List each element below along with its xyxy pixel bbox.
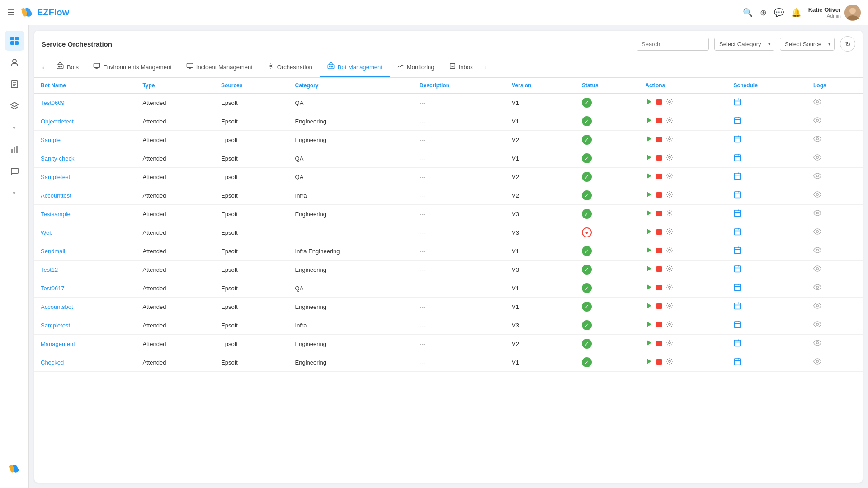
stop-button[interactable] (656, 284, 662, 292)
tab-inbox[interactable]: Inbox (442, 58, 481, 77)
stop-button[interactable] (656, 99, 662, 107)
play-button[interactable] (645, 265, 652, 274)
play-button[interactable] (645, 98, 652, 107)
tab-monitoring[interactable]: Monitoring (390, 58, 442, 77)
tab-bots[interactable]: Bots (49, 57, 86, 77)
settings-button[interactable] (666, 172, 673, 181)
tab-environments[interactable]: Environments Mangement (86, 58, 179, 77)
logs-eye-icon[interactable] (813, 211, 821, 218)
settings-button[interactable] (666, 191, 673, 200)
stop-button[interactable] (656, 247, 662, 255)
calendar-icon[interactable] (733, 285, 741, 293)
logs-eye-icon[interactable] (813, 341, 821, 348)
play-button[interactable] (645, 302, 652, 311)
settings-button[interactable] (666, 209, 673, 218)
sidebar-item-chart[interactable] (5, 139, 24, 159)
stop-button[interactable] (656, 266, 662, 274)
sidebar-chevron-down[interactable]: ▾ (5, 118, 24, 137)
user-info[interactable]: Katie Oliver Admin (808, 5, 861, 21)
calendar-icon[interactable] (733, 137, 741, 144)
play-button[interactable] (645, 321, 652, 330)
logs-eye-icon[interactable] (813, 285, 821, 293)
settings-button[interactable] (666, 284, 673, 293)
sidebar-item-documents[interactable] (5, 74, 24, 94)
settings-button[interactable] (666, 358, 673, 367)
calendar-icon[interactable] (733, 99, 741, 107)
source-select[interactable]: Select Source (780, 38, 835, 51)
logs-eye-icon[interactable] (813, 192, 821, 200)
settings-button[interactable] (666, 135, 673, 144)
tab-next-arrow[interactable]: › (480, 59, 491, 76)
play-button[interactable] (645, 117, 652, 126)
logs-eye-icon[interactable] (813, 266, 821, 274)
category-select[interactable]: Select Category (714, 38, 774, 51)
stop-button[interactable] (656, 210, 662, 218)
stop-button[interactable] (656, 322, 662, 329)
search-icon[interactable]: 🔍 (743, 8, 753, 18)
tab-orchestration[interactable]: Orchestration (260, 58, 320, 77)
play-button[interactable] (645, 135, 652, 144)
calendar-icon[interactable] (733, 174, 741, 181)
calendar-icon[interactable] (733, 118, 741, 126)
play-button[interactable] (645, 154, 652, 163)
calendar-icon[interactable] (733, 322, 741, 330)
settings-button[interactable] (666, 98, 673, 107)
settings-button[interactable] (666, 321, 673, 330)
logs-eye-icon[interactable] (813, 174, 821, 181)
logs-eye-icon[interactable] (813, 322, 821, 330)
notification-icon[interactable]: 🔔 (791, 8, 801, 18)
calendar-icon[interactable] (733, 266, 741, 274)
logs-eye-icon[interactable] (813, 137, 821, 144)
chat-icon[interactable]: 💬 (774, 8, 784, 18)
logs-eye-icon[interactable] (813, 99, 821, 107)
play-button[interactable] (645, 191, 652, 200)
sidebar-item-messages[interactable] (5, 161, 24, 181)
tab-incident[interactable]: Incident Management (179, 58, 260, 77)
search-input[interactable] (637, 38, 709, 51)
stop-button[interactable] (656, 192, 662, 199)
hamburger-menu[interactable]: ☰ (7, 8, 14, 18)
sidebar-item-layers[interactable] (5, 96, 24, 116)
sidebar-item-users[interactable] (5, 52, 24, 72)
stop-button[interactable] (656, 340, 662, 348)
logs-eye-icon[interactable] (813, 248, 821, 256)
calendar-icon[interactable] (733, 229, 741, 237)
play-button[interactable] (645, 209, 652, 218)
calendar-icon[interactable] (733, 359, 741, 367)
play-button[interactable] (645, 228, 652, 237)
settings-button[interactable] (666, 228, 673, 237)
logs-eye-icon[interactable] (813, 118, 821, 126)
refresh-button[interactable]: ↻ (840, 36, 855, 52)
settings-button[interactable] (666, 302, 673, 311)
play-button[interactable] (645, 284, 652, 293)
settings-button[interactable] (666, 265, 673, 274)
play-button[interactable] (645, 358, 652, 367)
sidebar-item-ezflow-logo[interactable] (5, 459, 24, 479)
settings-button[interactable] (666, 246, 673, 256)
calendar-icon[interactable] (733, 248, 741, 256)
add-icon[interactable]: ⊕ (760, 8, 767, 18)
tab-bot-management[interactable]: Bot Management (320, 57, 390, 77)
calendar-icon[interactable] (733, 211, 741, 218)
calendar-icon[interactable] (733, 303, 741, 311)
play-button[interactable] (645, 339, 652, 348)
logs-eye-icon[interactable] (813, 155, 821, 163)
calendar-icon[interactable] (733, 341, 741, 348)
calendar-icon[interactable] (733, 155, 741, 163)
sidebar-chevron-down2[interactable]: ▾ (5, 183, 24, 203)
logs-eye-icon[interactable] (813, 303, 821, 311)
stop-button[interactable] (656, 155, 662, 162)
settings-button[interactable] (666, 154, 673, 163)
play-button[interactable] (645, 246, 652, 256)
settings-button[interactable] (666, 339, 673, 348)
stop-button[interactable] (656, 118, 662, 125)
stop-button[interactable] (656, 173, 662, 181)
play-button[interactable] (645, 172, 652, 181)
sidebar-item-dashboard[interactable] (5, 31, 24, 51)
stop-button[interactable] (656, 229, 662, 237)
settings-button[interactable] (666, 117, 673, 126)
logs-eye-icon[interactable] (813, 229, 821, 237)
logs-eye-icon[interactable] (813, 359, 821, 367)
stop-button[interactable] (656, 359, 662, 366)
stop-button[interactable] (656, 303, 662, 311)
